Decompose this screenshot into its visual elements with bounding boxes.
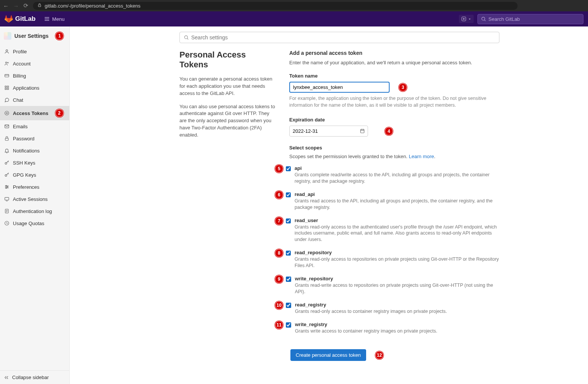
header-search-input[interactable] — [488, 16, 580, 22]
forward-icon[interactable]: → — [13, 3, 19, 9]
token-name-input[interactable] — [289, 82, 390, 93]
expiration-input[interactable] — [289, 126, 368, 137]
sidebar-item-access-tokens[interactable]: Access Tokens2 — [0, 106, 69, 120]
scope-write-repository: write_repositoryGrants read-write access… — [286, 276, 499, 295]
main-content: Personal Access Tokens You can generate … — [70, 26, 588, 384]
svg-point-29 — [6, 188, 6, 188]
svg-line-38 — [187, 38, 188, 39]
menu-toggle[interactable]: Menu — [44, 16, 65, 22]
svg-point-22 — [5, 162, 7, 164]
sidebar-item-label: Emails — [13, 124, 28, 129]
svg-rect-17 — [7, 88, 9, 90]
scope-desc: Grants read access to the API, including… — [295, 198, 499, 211]
email-icon — [4, 123, 10, 129]
svg-point-10 — [6, 62, 7, 64]
lock-icon — [37, 3, 42, 8]
svg-rect-14 — [5, 86, 6, 87]
svg-point-27 — [6, 185, 6, 186]
header-search[interactable] — [477, 14, 583, 24]
annotation-badge-6: 6 — [275, 191, 283, 199]
plus-icon — [461, 16, 466, 22]
sidebar-item-label: Usage Quotas — [13, 221, 44, 226]
annotation-badge-4: 4 — [385, 127, 393, 135]
scope-desc: Grants read-only access to container reg… — [295, 308, 447, 315]
svg-point-7 — [482, 17, 485, 20]
scope-name: read_api — [295, 191, 499, 197]
scope-read-user: read_userGrants read-only access to the … — [286, 218, 499, 243]
log-icon — [4, 208, 10, 214]
svg-rect-0 — [38, 5, 41, 7]
settings-search[interactable] — [179, 32, 499, 43]
reload-icon[interactable]: ⟳ — [23, 2, 28, 9]
scope-checkbox-read-repository[interactable] — [286, 250, 291, 256]
sidebar-item-label: GPG Keys — [13, 172, 36, 178]
sidebar-item-label: Authentication log — [13, 208, 52, 214]
settings-search-input[interactable] — [191, 34, 495, 40]
scope-checkbox-write-registry[interactable] — [286, 322, 291, 328]
svg-point-18 — [5, 111, 9, 115]
sidebar-item-emails[interactable]: Emails — [0, 120, 69, 132]
sessions-icon — [4, 196, 10, 202]
gitlab-icon — [5, 15, 13, 23]
sidebar-item-label: Password — [13, 136, 34, 141]
gitlab-logo[interactable]: GitLab — [5, 15, 36, 23]
lock-icon — [4, 135, 10, 141]
sidebar-list: Profile Account Billing Applications Cha… — [0, 45, 69, 229]
scope-name: write_registry — [295, 322, 437, 327]
sidebar-item-notifications[interactable]: Notifications — [0, 145, 69, 157]
sidebar-item-ssh-keys[interactable]: SSH Keys — [0, 157, 69, 169]
sidebar-item-billing[interactable]: Billing — [0, 70, 69, 82]
scope-write-registry: write_registryGrants write access to con… — [286, 322, 437, 334]
sidebar-item-label: Applications — [13, 85, 39, 91]
scopes-help: Scopes set the permission levels granted… — [289, 154, 499, 159]
sidebar-item-label: Profile — [13, 49, 27, 54]
sidebar-item-active-sessions[interactable]: Active Sessions — [0, 193, 69, 205]
sidebar-item-label: Access Tokens — [13, 110, 48, 116]
chevron-down-icon — [468, 17, 471, 21]
info-column: Personal Access Tokens You can generate … — [179, 50, 276, 361]
scope-read-api: read_apiGrants read access to the API, i… — [286, 191, 499, 211]
create-token-button[interactable]: Create personal access token — [290, 349, 366, 361]
sidebar-item-usage-quotas[interactable]: Usage Quotas — [0, 217, 69, 229]
sidebar-item-preferences[interactable]: Preferences — [0, 181, 69, 193]
sidebar-item-label: Chat — [13, 97, 23, 103]
sidebar-item-gpg-keys[interactable]: GPG Keys — [0, 169, 69, 181]
svg-rect-15 — [7, 86, 9, 87]
collapse-label: Collapse sidebar — [12, 375, 49, 380]
annotation-badge-7: 7 — [275, 217, 283, 225]
svg-point-37 — [184, 36, 187, 39]
svg-rect-16 — [5, 88, 6, 90]
sidebar-item-profile[interactable]: Profile — [0, 45, 69, 58]
menu-label: Menu — [52, 16, 65, 22]
back-icon[interactable]: ← — [3, 3, 9, 9]
sidebar-item-auth-log[interactable]: Authentication log — [0, 205, 69, 217]
collapse-sidebar[interactable]: Collapse sidebar — [0, 370, 69, 384]
scope-desc: Grants read-write access to repositories… — [295, 282, 499, 295]
svg-rect-12 — [5, 75, 9, 77]
scope-checkbox-api[interactable] — [286, 166, 291, 171]
sidebar-item-applications[interactable]: Applications — [0, 82, 69, 94]
annotation-badge-10: 10 — [275, 301, 283, 309]
brand-text: GitLab — [15, 15, 36, 23]
scope-checkbox-read-user[interactable] — [286, 218, 291, 224]
token-name-help: For example, the application using the t… — [289, 95, 499, 109]
sidebar-item-password[interactable]: Password — [0, 132, 69, 145]
new-dropdown[interactable] — [459, 15, 474, 23]
scope-checkbox-read-registry[interactable] — [286, 303, 291, 308]
url-bar[interactable]: gitlab.com/-/profile/personal_access_tok… — [33, 2, 518, 10]
svg-point-11 — [8, 62, 8, 63]
learn-more-link[interactable]: Learn more — [409, 154, 434, 159]
sidebar-item-chat[interactable]: Chat — [0, 94, 69, 106]
annotation-badge-9: 9 — [275, 275, 283, 283]
scope-read-registry: read_registryGrants read-only access to … — [286, 302, 447, 315]
annotation-badge-1: 1 — [55, 32, 64, 40]
annotation-badge-3: 3 — [399, 83, 407, 92]
key-icon — [4, 160, 10, 166]
search-icon — [184, 35, 189, 40]
sidebar-item-account[interactable]: Account — [0, 58, 69, 70]
form-column: Add a personal access token Enter the na… — [289, 50, 499, 361]
scope-checkbox-write-repository[interactable] — [286, 277, 291, 282]
avatar-icon — [4, 32, 11, 40]
form-heading: Add a personal access token — [289, 50, 499, 56]
scope-checkbox-read-api[interactable] — [286, 192, 291, 197]
